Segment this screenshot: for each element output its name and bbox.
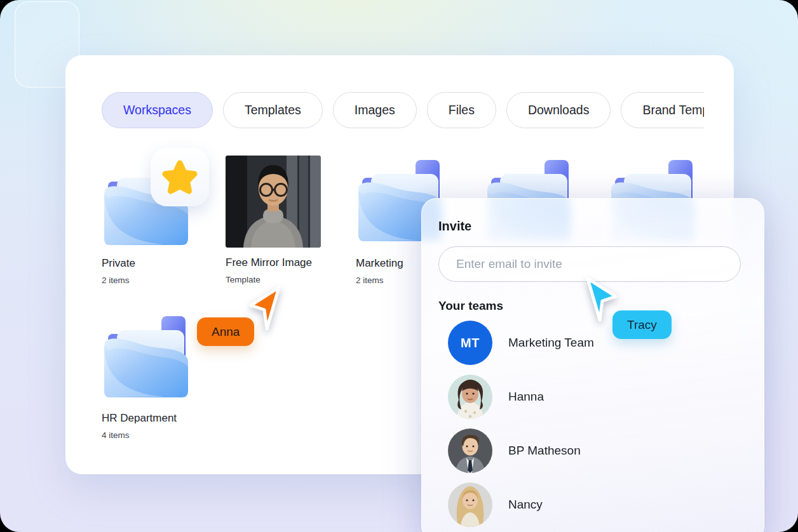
tab-files[interactable]: Files [427, 92, 496, 128]
tab-templates[interactable]: Templates [223, 92, 323, 128]
category-tab-bar: Workspaces Templates Images Files Downlo… [102, 92, 704, 128]
avatar [448, 429, 492, 473]
tab-images[interactable]: Images [333, 92, 417, 128]
item-meta: Template [226, 275, 327, 284]
tab-workspaces[interactable]: Workspaces [102, 92, 213, 128]
item-meta: 2 items [102, 276, 203, 285]
item-name: HR Department [102, 412, 203, 425]
team-row-nancy[interactable]: Nancy [448, 482, 747, 527]
folder-icon [103, 316, 189, 399]
team-row-hanna[interactable]: Hanna [448, 375, 747, 419]
invite-panel-title: Invite [438, 219, 747, 234]
item-meta: 4 items [102, 430, 203, 440]
avatar: MT [448, 321, 492, 365]
collaborator-cursor-anna: Anna [197, 317, 254, 346]
favorite-badge [151, 148, 209, 206]
team-row-bp-matheson[interactable]: BP Matheson [448, 429, 747, 473]
avatar [448, 375, 492, 419]
avatar [448, 482, 492, 527]
workspace-item-hr-department[interactable]: HR Department 4 items [102, 311, 203, 440]
tab-downloads[interactable]: Downloads [506, 92, 611, 128]
team-row-marketing-team[interactable]: MT Marketing Team [448, 321, 747, 365]
workspace-item-free-mirror-image[interactable]: Free Mirror Image Template [226, 156, 327, 284]
collaborator-cursor-tracy: Tracy [612, 310, 672, 339]
item-name: Free Mirror Image [226, 256, 327, 269]
member-name: Hanna [508, 390, 544, 404]
star-icon [160, 158, 200, 196]
app-window: Workspaces Templates Images Files Downlo… [0, 0, 798, 532]
tab-brand-templates[interactable]: Brand Templates [621, 92, 704, 128]
invite-panel: Invite Your teams MT Marketing Team [421, 198, 764, 532]
team-list: MT Marketing Team [438, 321, 747, 527]
member-name: Nancy [508, 498, 543, 512]
member-name: BP Matheson [508, 444, 581, 458]
member-name: Marketing Team [508, 336, 594, 350]
item-name: Private [102, 257, 203, 270]
workspace-item-private[interactable]: Private 2 items [102, 156, 203, 285]
template-thumbnail-portrait [226, 156, 321, 248]
